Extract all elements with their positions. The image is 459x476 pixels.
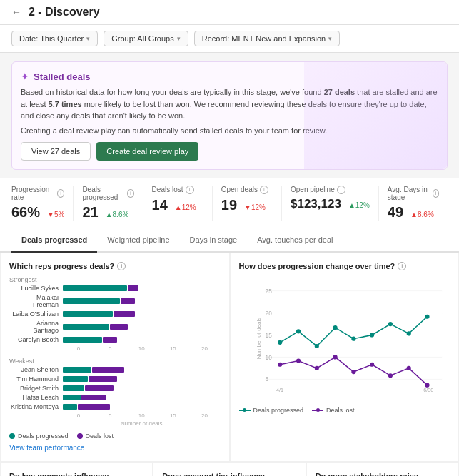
stalled-title: Stalled deals	[34, 71, 90, 82]
open-deals-change: ▼12%	[244, 203, 266, 211]
svg-point-11	[296, 329, 300, 333]
info-icon: i	[117, 262, 126, 270]
svg-point-12	[314, 343, 318, 348]
open-pipeline-metric: Open pipeline i $123,123 ▲12%	[282, 186, 379, 221]
page-title: 2 - Discovery	[29, 6, 100, 19]
avg-days-change: ▲8.6%	[410, 211, 434, 218]
metrics-row: Progression rate i 66% ▼5% Deals progres…	[0, 178, 459, 228]
open-deals-value: 19	[221, 197, 237, 213]
deals-lost-value: 14	[152, 197, 168, 213]
table-row: Laiba O'Sullivan	[9, 310, 221, 318]
svg-point-20	[296, 358, 300, 363]
table-row: Lucille Sykes	[9, 285, 221, 292]
page-header: ← 2 - Discovery	[0, 0, 459, 25]
date-filter[interactable]: Date: This Quarter ▾	[11, 31, 98, 46]
weakest-label: Weakest	[9, 358, 221, 365]
reps-chart-legend: Deals progressed Deals lost	[9, 432, 221, 440]
stalled-sub-text: Creating a deal review play can automati…	[21, 126, 438, 135]
info-icon: i	[57, 189, 64, 198]
chevron-down-icon: ▾	[177, 35, 181, 42]
y-axis-label: Number of deals	[255, 318, 261, 360]
avg-days-metric: Avg. Days in stage i 49 ▲8.6%	[379, 186, 448, 221]
open-pipeline-value: $123,123	[291, 197, 341, 211]
progression-rate-metric: Progression rate i 66% ▼5%	[11, 186, 74, 221]
key-moments-title: Do key moments influence progression? i	[9, 472, 143, 477]
deals-lost-metric: Deals lost i 14 ▲12%	[143, 186, 213, 221]
svg-point-22	[333, 355, 337, 359]
svg-text:20: 20	[265, 310, 272, 316]
info-icon: i	[260, 186, 268, 194]
info-icon: i	[337, 186, 345, 194]
deals-progressed-value: 21	[82, 204, 98, 221]
tab-days-in-stage[interactable]: Days in stage	[180, 228, 248, 253]
chevron-down-icon: ▾	[328, 35, 332, 42]
account-tier-panel: Does account tier influence progression?…	[153, 463, 305, 477]
info-icon: i	[186, 186, 194, 194]
progression-chart-panel: How does progression change over time? i…	[231, 253, 459, 461]
stalled-description: Based on historical data for how long yo…	[21, 86, 438, 122]
table-row: Arianna Santiago	[9, 320, 221, 334]
stalled-deals-banner: ✦ Stalled deals Based on historical data…	[11, 61, 448, 170]
tab-deals-progressed[interactable]: Deals progressed	[11, 228, 97, 253]
svg-point-25	[388, 373, 392, 378]
svg-text:6/30: 6/30	[423, 386, 433, 393]
bottom-charts-row: Do key moments influence progression? i …	[0, 462, 459, 477]
svg-point-15	[370, 333, 374, 337]
deals-progressed-metric: Deals progressed i 21 ▲8.6%	[74, 186, 143, 221]
svg-point-17	[406, 331, 410, 335]
back-button[interactable]: ←	[11, 6, 21, 18]
create-deal-review-button[interactable]: Create deal review play	[96, 142, 198, 161]
deals-lost-change: ▲12%	[175, 203, 196, 211]
svg-text:10: 10	[265, 354, 272, 360]
progression-rate-change: ▼5%	[47, 211, 64, 218]
stakeholders-panel: Do more stakeholders raise progression? …	[307, 463, 458, 477]
record-filter[interactable]: Record: MENT New and Expansion ▾	[194, 31, 340, 46]
account-tier-title: Does account tier influence progression?…	[162, 472, 296, 477]
svg-point-23	[351, 369, 355, 373]
info-icon: i	[433, 189, 439, 198]
reps-chart-panel: Which reps progress deals? i Strongest L…	[1, 253, 229, 461]
avg-days-value: 49	[388, 204, 403, 221]
stalled-icon: ✦	[21, 71, 29, 82]
tab-weighted-pipeline[interactable]: Weighted pipeline	[97, 228, 179, 253]
svg-point-14	[351, 336, 355, 340]
table-row: Bridget Smith	[9, 385, 221, 392]
chevron-down-icon: ▾	[86, 35, 90, 42]
table-row: Tim Hammond	[9, 375, 221, 383]
svg-point-24	[370, 362, 374, 366]
tab-bar: Deals progressed Weighted pipeline Days …	[0, 228, 459, 253]
progression-chart-legend: Deals progressed Deals lost	[239, 407, 450, 414]
strongest-label: Strongest	[9, 276, 221, 283]
svg-point-19	[278, 362, 282, 366]
table-row: Jean Shelton	[9, 366, 221, 373]
open-deals-metric: Open deals i 19 ▼12%	[213, 186, 282, 221]
stakeholders-title: Do more stakeholders raise progression? …	[316, 472, 450, 477]
group-filter[interactable]: Group: All Groups ▾	[104, 31, 188, 46]
svg-text:25: 25	[265, 288, 272, 294]
svg-point-10	[278, 340, 282, 344]
line-chart-area: Number of deals 25 20 15 10 5	[239, 276, 450, 401]
svg-point-21	[314, 365, 318, 370]
svg-point-16	[388, 321, 392, 325]
tab-avg-touches[interactable]: Avg. touches per deal	[247, 228, 343, 253]
info-icon: i	[127, 189, 134, 198]
table-row: Kristina Montoya	[9, 403, 221, 410]
svg-point-13	[333, 325, 337, 330]
svg-point-18	[425, 314, 429, 318]
table-row: Malakai Freeman	[9, 294, 221, 308]
key-moments-panel: Do key moments influence progression? i …	[1, 463, 152, 477]
view-deals-button[interactable]: View 27 deals	[21, 142, 91, 161]
svg-text:5: 5	[265, 376, 268, 383]
deals-progressed-change: ▲8.6%	[106, 211, 129, 218]
svg-text:15: 15	[265, 332, 272, 338]
reps-bar-chart: Strongest Lucille Sykes Malakai Freeman …	[9, 276, 221, 427]
view-team-performance-link[interactable]: View team performance	[9, 444, 84, 452]
svg-point-26	[406, 365, 410, 370]
table-row: Hafsa Leach	[9, 394, 221, 401]
progression-chart-title: How does progression change over time? i	[239, 262, 450, 270]
info-icon: i	[398, 262, 406, 270]
filter-bar: Date: This Quarter ▾ Group: All Groups ▾…	[0, 25, 459, 53]
reps-chart-title: Which reps progress deals? i	[9, 262, 221, 270]
open-pipeline-change: ▲12%	[348, 201, 370, 209]
table-row: Carolyn Booth	[9, 336, 221, 343]
